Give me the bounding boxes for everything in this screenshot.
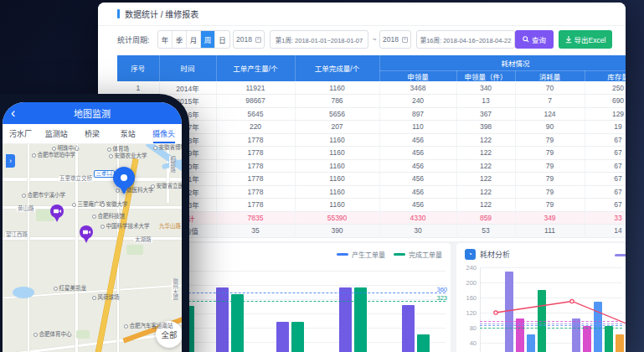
map-expand-button[interactable]: › xyxy=(6,154,15,168)
table-cell: 1160 xyxy=(295,147,379,160)
y-axis-tick-200: 200 xyxy=(460,279,477,287)
camera-icon xyxy=(50,204,64,218)
average-dashed-line xyxy=(480,324,622,324)
table-cell: 859 xyxy=(456,211,515,224)
camera-pin-1[interactable] xyxy=(50,204,64,223)
table-cell: 79 xyxy=(515,159,585,173)
period-option-季[interactable]: 季 xyxy=(173,31,187,48)
period-segmented: 年季月周日 xyxy=(157,30,230,49)
poi-icon xyxy=(153,146,157,150)
query-button-label: 查询 xyxy=(532,34,546,44)
table-cell: 55390 xyxy=(295,211,379,224)
park-area xyxy=(126,245,143,255)
tab-桥梁[interactable]: 桥梁 xyxy=(75,124,111,143)
table-cell: 1 xyxy=(117,81,159,95)
breadcrumb[interactable]: 数据统计 / 维修报表 xyxy=(117,3,620,25)
export-button-label: 导出Excel xyxy=(574,34,606,44)
table-cell: 122 xyxy=(456,199,515,212)
phone-tab-bar: 污水厂监测站桥梁泵站摄像头 xyxy=(3,124,182,144)
table-cell: 122 xyxy=(456,159,515,173)
table-cell: 1778 xyxy=(216,133,295,147)
table-cell: 456 xyxy=(379,173,456,186)
table-cell: 129 xyxy=(585,107,626,121)
map-label: 风荷球场 xyxy=(92,295,120,301)
table-cell: 19 xyxy=(585,121,626,134)
table-cell: 33 xyxy=(585,211,626,224)
table-cell: 2014年 xyxy=(159,81,216,95)
table-cell: 7835 xyxy=(216,211,295,224)
map-label: 安徽省立医院 xyxy=(151,184,182,189)
table-cell: 70 xyxy=(515,81,585,95)
col-header-sub-1: 申领量 xyxy=(379,70,456,81)
table-row: 52018年177811604561227967 xyxy=(117,133,626,147)
tab-泵站[interactable]: 泵站 xyxy=(110,124,146,143)
phone-mockup: ‹ 地图监测 污水厂监测站桥梁泵站摄像头 xyxy=(0,94,189,352)
export-excel-button[interactable]: 导出Excel xyxy=(559,30,612,49)
poi-icon xyxy=(52,147,56,151)
calendar-icon xyxy=(255,37,261,43)
col-header-completed: 工单完成量/个 xyxy=(295,55,379,81)
camera-icon xyxy=(80,225,93,239)
table-cell: 67 xyxy=(585,185,626,199)
period-option-年[interactable]: 年 xyxy=(158,31,173,48)
table-cell: 1160 xyxy=(295,133,379,147)
table-cell: 390 xyxy=(295,224,379,237)
col-header-created: 工单产生量/个 xyxy=(216,55,295,81)
col-header-time: 时间 xyxy=(159,55,216,81)
bar-产生工单量-4 xyxy=(339,287,352,352)
y-axis-tick-160: 160 xyxy=(460,294,477,302)
map-label: 安徽农业大学 xyxy=(109,153,147,159)
camera-pin-tail xyxy=(54,217,59,222)
start-year-select[interactable]: 2018 xyxy=(233,30,265,49)
park-area xyxy=(76,330,90,339)
map-label: 合肥科技馆 xyxy=(92,214,125,220)
road-vertical xyxy=(28,144,29,352)
table-cell: 456 xyxy=(379,133,456,147)
col-header-no: 序号 xyxy=(117,55,159,81)
table-cell: 690 xyxy=(585,95,626,108)
period-option-周[interactable]: 周 xyxy=(201,31,215,48)
chart-gridline xyxy=(480,298,622,298)
reference-line-label: 323 xyxy=(436,294,447,302)
selected-location-pin[interactable] xyxy=(113,167,135,197)
back-arrow-icon[interactable]: ‹ xyxy=(11,102,15,124)
tab-污水厂[interactable]: 污水厂 xyxy=(3,124,39,143)
camera-pin-2[interactable] xyxy=(80,225,93,244)
table-cell: 456 xyxy=(379,147,456,160)
map-label: 合肥市宁溪小学 xyxy=(22,193,65,199)
map-label: 望江西路 xyxy=(5,232,28,238)
table-row: 62019年177811604561227967 xyxy=(117,147,626,160)
poi-icon xyxy=(33,333,38,337)
end-year-select[interactable]: 2018 xyxy=(379,30,411,49)
map-view[interactable]: › 全部 明珠中心体育场安徽农业大学安徽省博物馆合肥市琥珀中学五里墩立交桥三孝口… xyxy=(3,144,182,352)
map-label: 五里墩立交桥 xyxy=(59,176,93,182)
tab-摄像头[interactable]: 摄像头 xyxy=(146,124,182,143)
map-label: 安徽大学 xyxy=(100,202,128,208)
query-button[interactable]: 查询 xyxy=(515,30,554,49)
table-cell: 1778 xyxy=(216,173,295,186)
poi-icon xyxy=(92,296,96,300)
tab-监测站[interactable]: 监测站 xyxy=(39,124,75,143)
table-row: 82021年177811604561227967 xyxy=(117,173,626,186)
table-cell: 240 xyxy=(379,95,456,108)
table-cell: 79 xyxy=(515,199,585,212)
y-axis-tick-40: 40 xyxy=(460,339,477,347)
poi-icon xyxy=(109,154,113,158)
end-week-value: 第16周: 2018-04-16~2018-04-22 xyxy=(420,35,512,44)
start-year-value: 2018 xyxy=(236,35,252,44)
table-cell: 456 xyxy=(379,185,456,199)
period-option-日[interactable]: 日 xyxy=(215,31,229,48)
end-week-field[interactable]: 第16周: 2018-04-16~2018-04-22 xyxy=(416,30,515,49)
poi-icon xyxy=(32,153,36,158)
table-cell: 14 xyxy=(585,224,626,237)
average-dashed-line xyxy=(480,321,622,322)
table-cell: 456 xyxy=(379,159,456,173)
consumable-bar-g2-4 xyxy=(605,326,613,352)
table-cell: 79 xyxy=(515,173,585,186)
table-cell: 1160 xyxy=(295,185,379,199)
average-dashed-line xyxy=(480,325,622,326)
table-cell: 67 xyxy=(585,147,626,160)
period-option-月[interactable]: 月 xyxy=(187,31,201,48)
table-cell: 786 xyxy=(295,95,379,108)
start-week-field[interactable]: 第1周: 2018-01-01~2018-01-07 xyxy=(270,30,368,49)
